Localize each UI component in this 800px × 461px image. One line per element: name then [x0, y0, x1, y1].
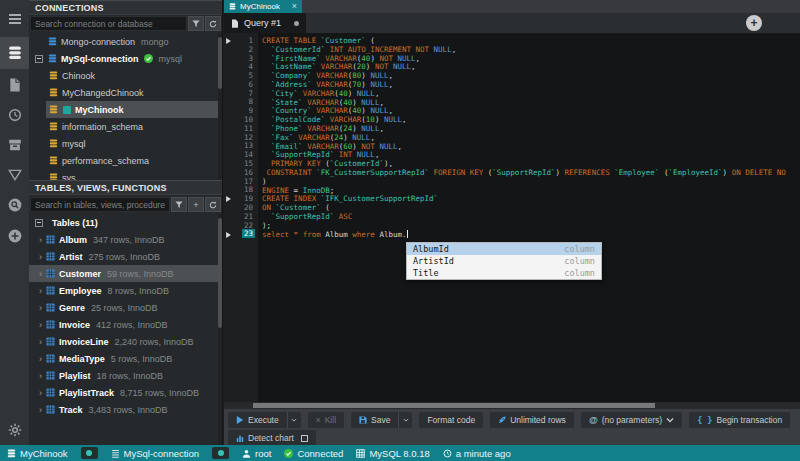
history-nav-icon[interactable] [0, 101, 29, 129]
tables-scrollbar[interactable] [218, 214, 222, 445]
connections-refresh-button[interactable] [205, 16, 221, 31]
close-icon[interactable]: × [292, 2, 297, 11]
editor-code[interactable]: CREATE TABLE `Customer` ( `CustomerId` I… [258, 36, 800, 402]
save-dropdown-button[interactable] [398, 412, 412, 428]
menu-icon[interactable] [0, 5, 29, 33]
save-button[interactable]: Save [351, 412, 398, 428]
code-line-12[interactable]: `Fax` VARCHAR(24) NULL, [258, 133, 800, 142]
tables-group-row[interactable]: Tables (11) [29, 214, 222, 231]
code-line-7[interactable]: `City` VARCHAR(40) NULL, [258, 89, 800, 98]
code-line-19[interactable]: CREATE INDEX `IFK_CustomerSupportRepId` [258, 194, 800, 203]
tables-refresh-button[interactable] [205, 197, 221, 212]
code-line-6[interactable]: `Address` VARCHAR(70) NULL, [258, 80, 800, 89]
tables-search-input[interactable] [30, 197, 170, 212]
table-item-Album[interactable]: ›Album347 rows, InnoDB [29, 231, 222, 248]
code-line-2[interactable]: `CustomerId` INT AUTO_INCREMENT NOT NULL… [258, 45, 800, 54]
status-database[interactable]: MyChinook [7, 448, 68, 459]
connection-item-information_schema[interactable]: information_schema [29, 118, 222, 135]
run-statement-icon[interactable] [226, 196, 231, 202]
tables-filter-button[interactable] [171, 197, 187, 212]
connection-item-MySql-connection[interactable]: MySql-connectionmysql [29, 50, 222, 67]
table-item-Employee[interactable]: ›Employee8 rows, InnoDB [29, 282, 222, 299]
connections-filter-button[interactable] [188, 16, 204, 31]
table-item-Track[interactable]: ›Track3,483 rows, InnoDB [29, 401, 222, 418]
scrollbar-thumb[interactable] [253, 403, 655, 408]
sql-editor[interactable]: 1234567891011121314151617181920212223 CR… [224, 33, 800, 402]
connection-item-MyChinook[interactable]: MyChinook [29, 101, 222, 118]
chevron-right-icon[interactable]: › [39, 388, 42, 398]
settings-gear-icon[interactable] [0, 416, 29, 444]
query-tab[interactable]: Query #1 [224, 13, 306, 33]
connection-item-MyChangedChinook[interactable]: MyChangedChinook [29, 84, 222, 101]
code-line-18[interactable]: ENGINE = InnoDB; [258, 186, 800, 195]
table-item-Invoice[interactable]: ›Invoice412 rows, InnoDB [29, 316, 222, 333]
execute-button[interactable]: Execute [228, 412, 287, 428]
connection-item-performance_schema[interactable]: performance_schema [29, 152, 222, 169]
chevron-right-icon[interactable]: › [39, 371, 42, 381]
autocomplete-item-ArtistId[interactable]: ArtistIdcolumn [407, 255, 601, 267]
connections-scrollbar[interactable] [218, 33, 222, 180]
connection-item-Chinook[interactable]: Chinook [29, 67, 222, 84]
connection-item-Mongo-connection[interactable]: Mongo-connectionmongo [29, 33, 222, 50]
parameters-button[interactable]: @ (no parameters) [581, 412, 682, 428]
code-line-1[interactable]: CREATE TABLE `Customer` ( [258, 36, 800, 45]
unlimited-rows-button[interactable]: Unlimited rows [490, 412, 574, 428]
search-circle-icon[interactable] [0, 191, 29, 219]
tables-add-button[interactable]: + [188, 197, 204, 212]
chevron-right-icon[interactable]: › [39, 337, 42, 347]
connections-search-input[interactable] [30, 16, 187, 31]
code-line-23[interactable]: select * from Album where Album. [258, 230, 800, 239]
code-line-21[interactable]: `SupportRepId` ASC [258, 212, 800, 221]
chevron-right-icon[interactable]: › [39, 303, 42, 313]
code-line-3[interactable]: `FirstName` VARCHAR(40) NOT NULL, [258, 54, 800, 63]
run-statement-icon[interactable] [226, 232, 231, 238]
table-item-MediaType[interactable]: ›MediaType5 rows, InnoDB [29, 350, 222, 367]
code-line-5[interactable]: `Company` VARCHAR(80) NULL, [258, 71, 800, 80]
kill-button[interactable]: × Kill [308, 412, 344, 428]
code-line-4[interactable]: `LastName` VARCHAR(20) NOT NULL, [258, 62, 800, 71]
code-line-20[interactable]: ON `Customer` ( [258, 203, 800, 212]
detect-chart-button[interactable]: Detect chart [228, 430, 316, 446]
autocomplete-item-Title[interactable]: Titlecolumn [407, 267, 601, 279]
chevron-right-icon[interactable]: › [39, 354, 42, 364]
table-item-InvoiceLine[interactable]: ›InvoiceLine2,240 rows, InnoDB [29, 333, 222, 350]
filter-triangle-icon[interactable] [0, 161, 29, 189]
code-line-9[interactable]: `Country` VARCHAR(40) NULL, [258, 106, 800, 115]
chevron-right-icon[interactable]: › [39, 405, 42, 415]
new-tab-button[interactable]: + [746, 15, 762, 31]
code-line-8[interactable]: `State` VARCHAR(40) NULL, [258, 98, 800, 107]
table-item-Artist[interactable]: ›Artist275 rows, InnoDB [29, 248, 222, 265]
collapse-expander-icon[interactable] [35, 55, 43, 63]
detect-chart-checkbox[interactable] [301, 435, 308, 442]
table-item-Playlist[interactable]: ›Playlist18 rows, InnoDB [29, 367, 222, 384]
code-line-16[interactable]: CONSTRAINT `FK_CustomerSupportRepId` FOR… [258, 168, 800, 177]
code-line-13[interactable]: `Email` VARCHAR(60) NOT NULL, [258, 142, 800, 151]
table-item-Genre[interactable]: ›Genre25 rows, InnoDB [29, 299, 222, 316]
connection-item-sys[interactable]: sys [29, 169, 222, 180]
connection-item-mysql[interactable]: mysql [29, 135, 222, 152]
autocomplete-item-AlbumId[interactable]: AlbumIdcolumn [407, 243, 601, 255]
code-line-15[interactable]: PRIMARY KEY (`CustomerId`), [258, 159, 800, 168]
archive-nav-icon[interactable] [0, 131, 29, 159]
file-tab-mychinook[interactable]: MyChinook × [224, 0, 302, 13]
status-connection[interactable]: MySql-connection [111, 448, 200, 459]
file-nav-icon[interactable] [0, 71, 29, 99]
run-statement-icon[interactable] [226, 38, 231, 44]
code-line-22[interactable]: ); [258, 221, 800, 230]
chevron-right-icon[interactable]: › [39, 252, 42, 262]
begin-transaction-button[interactable]: { } Begin transaction [689, 412, 790, 428]
chevron-right-icon[interactable]: › [39, 235, 42, 245]
chevron-right-icon[interactable]: › [39, 320, 42, 330]
format-code-button[interactable]: Format code [419, 412, 483, 428]
code-line-11[interactable]: `Phone` VARCHAR(24) NULL, [258, 124, 800, 133]
database-nav-icon[interactable] [0, 37, 29, 69]
code-line-14[interactable]: `SupportRepId` INT NULL, [258, 150, 800, 159]
add-circle-icon[interactable] [0, 222, 29, 250]
chevron-right-icon[interactable]: › [39, 269, 42, 279]
code-line-17[interactable]: ) [258, 177, 800, 186]
table-item-Customer[interactable]: ›Customer59 rows, InnoDB [29, 265, 222, 282]
collapse-expander-icon[interactable] [35, 219, 43, 227]
code-line-10[interactable]: `PostalCode` VARCHAR(10) NULL, [258, 115, 800, 124]
execute-dropdown-button[interactable] [287, 412, 301, 428]
table-item-PlaylistTrack[interactable]: ›PlaylistTrack8,715 rows, InnoDB [29, 384, 222, 401]
